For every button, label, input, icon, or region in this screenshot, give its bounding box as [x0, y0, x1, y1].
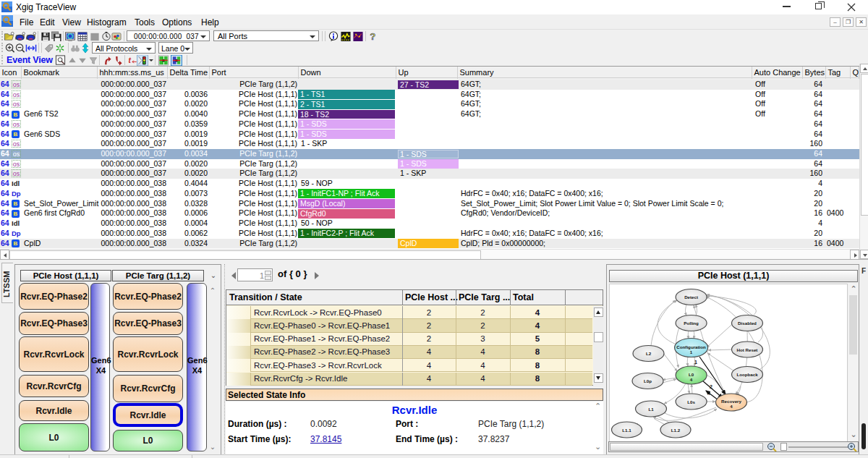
svg-text:L2: L2 — [646, 351, 652, 356]
svg-text:L1: L1 — [648, 407, 654, 412]
svg-text:Configuration: Configuration — [676, 344, 706, 349]
svg-text:Polling: Polling — [684, 321, 699, 326]
svg-text:L0s: L0s — [687, 399, 695, 404]
svg-text:Detect: Detect — [684, 294, 698, 300]
svg-text:Loopback: Loopback — [736, 372, 758, 377]
svg-text:Recovery: Recovery — [721, 399, 741, 404]
svg-text:2: 2 — [710, 384, 712, 389]
svg-text:Disabled: Disabled — [738, 321, 757, 326]
svg-text:4: 4 — [707, 391, 710, 396]
svg-text:1: 1 — [690, 349, 693, 355]
svg-text:t: t — [128, 56, 131, 64]
svg-text:L1.2: L1.2 — [671, 428, 681, 433]
svg-text:4: 4 — [730, 404, 733, 409]
svg-text:L0: L0 — [689, 372, 694, 377]
svg-text:L1.1: L1.1 — [622, 428, 631, 433]
svg-text:4: 4 — [690, 377, 693, 382]
svg-text:Hot Reset: Hot Reset — [737, 347, 758, 352]
svg-text:1: 1 — [694, 360, 697, 365]
svg-text:L0p: L0p — [644, 378, 652, 383]
svg-text:?: ? — [370, 31, 375, 42]
